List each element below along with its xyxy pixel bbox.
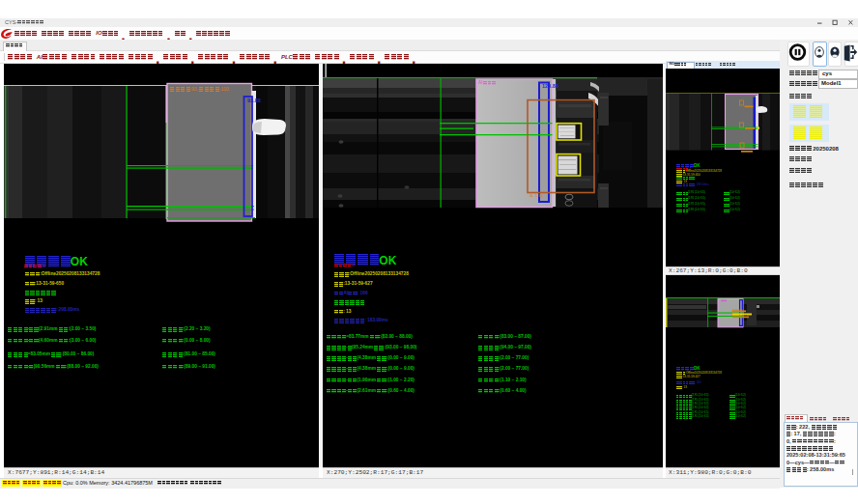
svg-text:4L 1.55: 4L 1.55: [529, 193, 543, 198]
